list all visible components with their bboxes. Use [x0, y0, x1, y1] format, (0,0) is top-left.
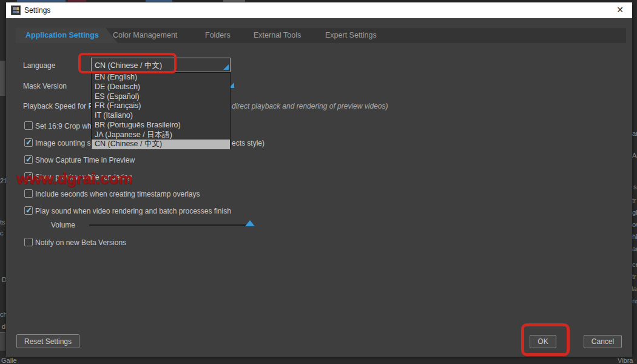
background-text: ov	[632, 221, 637, 228]
background-panel	[0, 332, 5, 351]
background-artifact	[223, 0, 245, 2]
checkmark-icon: ✓	[25, 172, 32, 181]
language-dropdown[interactable]: CN (Chinese / 中文)	[91, 58, 231, 72]
background-panel	[0, 61, 5, 96]
playback-speed-note: direct playback and rendering of preview…	[232, 102, 388, 110]
volume-slider-track[interactable]	[89, 224, 254, 226]
background-text: ns	[632, 297, 637, 305]
checkbox-label: Show Capture Time in Preview	[35, 156, 135, 164]
background-text: ar	[632, 130, 637, 137]
tab-bar: Application Settings Color Management Fo…	[16, 28, 626, 43]
background-text: Galle	[1, 357, 17, 364]
tab-color-management[interactable]: Color Management	[113, 28, 177, 43]
language-options-list: EN (English) DE (Deutsch) ES (Español) F…	[91, 72, 231, 149]
reset-settings-button[interactable]: Reset Settings	[16, 334, 79, 348]
checkbox-set-169-crop[interactable]	[24, 121, 33, 130]
language-option[interactable]: FR (Français)	[92, 101, 230, 111]
ok-button[interactable]: OK	[530, 335, 556, 348]
background-text: tr	[632, 273, 636, 280]
mask-version-label: Mask Version	[23, 82, 67, 90]
background-text: gl	[632, 209, 637, 216]
background-text: As	[632, 152, 637, 159]
checkbox-label: Set 16:9 Crop wh	[35, 122, 92, 130]
language-option-selected[interactable]: CN (Chinese / 中文)	[92, 140, 230, 149]
checkbox-label: Show preview while rendering	[35, 173, 132, 181]
background-artifact	[17, 0, 66, 2]
checkbox-show-preview-rendering[interactable]: ✓	[24, 172, 33, 181]
settings-dialog: Settings ✕ Application Settings Color Ma…	[6, 2, 632, 357]
background-text: ce	[632, 261, 637, 268]
dialog-body: Application Settings Color Management Fo…	[6, 18, 632, 357]
background-artifact	[146, 0, 172, 2]
background-text: ts	[0, 218, 5, 226]
tab-expert-settings[interactable]: Expert Settings	[325, 28, 377, 43]
tab-folders[interactable]: Folders	[205, 28, 231, 43]
dropdown-corner-icon	[223, 64, 229, 70]
close-icon[interactable]: ✕	[614, 5, 626, 16]
checkbox-label: Image counting s	[35, 139, 90, 147]
language-label: Language	[23, 61, 55, 70]
background-text: tr	[632, 197, 636, 204]
background-text: hi	[632, 233, 637, 240]
playback-speed-label: Playback Speed for P	[23, 102, 93, 110]
background-text: Vibra	[618, 357, 633, 364]
cancel-button[interactable]: Cancel	[584, 335, 622, 348]
checkbox-label: Notify on new Beta Versions	[35, 238, 126, 247]
volume-label: Volume	[51, 221, 75, 229]
checkmark-icon: ✓	[25, 155, 32, 164]
checkmark-icon: ✓	[25, 138, 32, 147]
background-text: s	[633, 183, 637, 190]
checkbox-label-tail: ects style)	[232, 139, 265, 147]
language-option[interactable]: DE (Deutsch)	[92, 83, 230, 92]
checkmark-icon: ✓	[25, 206, 32, 215]
background-text: lar	[632, 285, 637, 292]
language-option[interactable]: BR (Português Brasileiro)	[92, 121, 230, 130]
background-artifact	[68, 0, 86, 2]
language-option[interactable]: IT (Italiano)	[92, 111, 230, 121]
checkbox-label: Include seconds when creating timestamp …	[35, 190, 200, 198]
tab-external-tools[interactable]: External Tools	[254, 28, 301, 43]
volume-slider-handle[interactable]	[245, 220, 255, 226]
language-option[interactable]: JA (Japanese / 日本語)	[92, 130, 230, 140]
app-icon	[11, 5, 21, 15]
checkbox-label: Play sound when video rendering and batc…	[35, 207, 231, 215]
checkbox-image-counting[interactable]: ✓	[24, 138, 33, 147]
checkbox-play-sound[interactable]: ✓	[24, 206, 33, 215]
background-text: c	[0, 229, 4, 237]
language-option[interactable]: ES (Español)	[92, 92, 230, 102]
tab-application-settings[interactable]: Application Settings	[16, 28, 118, 43]
title-bar[interactable]: Settings ✕	[6, 2, 632, 18]
window-title: Settings	[24, 6, 50, 15]
language-option[interactable]: EN (English)	[92, 73, 230, 83]
background-text: d	[2, 323, 5, 330]
background-text: ac	[632, 245, 637, 252]
checkbox-notify-beta[interactable]	[24, 238, 33, 246]
language-selected-value: CN (Chinese / 中文)	[95, 61, 162, 71]
checkbox-show-capture-time[interactable]: ✓	[24, 155, 33, 164]
checkbox-include-seconds[interactable]	[24, 189, 33, 198]
